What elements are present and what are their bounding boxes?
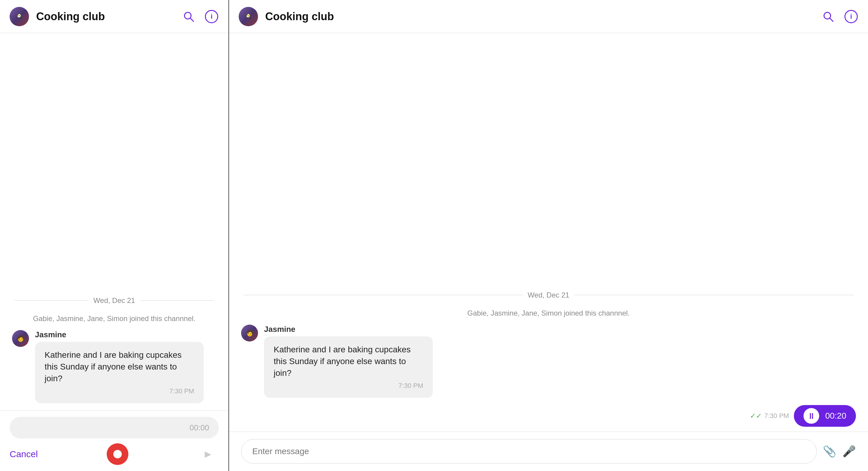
right-avatar-image: 🍳 — [239, 7, 258, 26]
right-date-text: Wed, Dec 21 — [528, 291, 569, 299]
send-button[interactable]: ► — [197, 443, 219, 465]
recording-controls: Cancel ► — [10, 443, 219, 465]
left-message-time: 7:30 PM — [44, 387, 194, 396]
message-input[interactable] — [241, 439, 817, 464]
record-dot — [113, 450, 122, 458]
left-channel-title: Cooking club — [36, 10, 181, 23]
voice-playback-pill: ⏸ 00:20 — [794, 405, 856, 427]
voice-bar-row: 00:00 — [10, 417, 219, 438]
right-header: 🍳 Cooking club i — [229, 0, 868, 33]
left-header: 🍳 Cooking club i — [0, 0, 228, 33]
left-panel: 🍳 Cooking club i Wed, Dec 21 Gabie, Jasm… — [0, 0, 229, 471]
voice-message-row: ✓✓ 7:30 PM ⏸ 00:20 — [229, 405, 868, 432]
info-icon-right: i — [844, 10, 858, 23]
left-message-bubble: Katherine and I are baking cupcakes this… — [35, 342, 204, 403]
attachment-icon[interactable]: 📎 — [823, 445, 836, 458]
left-sender-avatar: 🧑 — [12, 330, 29, 347]
left-system-message: Gabie, Jasmine, Jane, Simon joined this … — [0, 312, 228, 330]
right-divider-line-right — [574, 295, 854, 295]
recording-bar: 00:00 Cancel ► — [0, 410, 228, 471]
right-chat-area: Wed, Dec 21 Gabie, Jasmine, Jane, Simon … — [229, 33, 868, 432]
cancel-recording-button[interactable]: Cancel — [10, 449, 38, 459]
right-channel-title: Cooking club — [265, 10, 821, 23]
left-message-content: Jasmine Katherine and I are baking cupca… — [35, 330, 204, 403]
microphone-icon[interactable]: 🎤 — [842, 445, 856, 458]
jasmine-avatar: 🧑 — [12, 330, 29, 347]
voice-read-time-row: ✓✓ 7:30 PM — [750, 412, 789, 420]
right-sender-avatar: 🧑 — [241, 325, 258, 341]
info-icon: i — [205, 10, 218, 23]
right-search-button[interactable] — [821, 9, 835, 24]
left-message-row: 🧑 Jasmine Katherine and I are baking cup… — [0, 330, 228, 410]
right-date-divider: Wed, Dec 21 — [229, 284, 868, 307]
left-chat-area: Wed, Dec 21 Gabie, Jasmine, Jane, Simon … — [0, 33, 228, 410]
send-icon: ► — [203, 448, 213, 461]
left-message-text: Katherine and I are baking cupcakes this… — [44, 350, 182, 383]
right-header-icons: i — [821, 9, 858, 24]
left-date-text: Wed, Dec 21 — [93, 296, 135, 305]
left-avatar: 🍳 — [10, 7, 29, 26]
right-panel: 🍳 Cooking club i Wed, Dec 21 Gabie, Jasm… — [229, 0, 868, 471]
right-message-text: Katherine and I are baking cupcakes this… — [274, 345, 411, 378]
svg-line-1 — [190, 18, 193, 22]
search-icon-right — [822, 10, 834, 23]
right-message-time: 7:30 PM — [274, 381, 423, 391]
input-icons: 📎 🎤 — [823, 445, 856, 458]
left-sender-name: Jasmine — [35, 330, 204, 339]
input-bar: 📎 🎤 — [229, 432, 868, 471]
right-sender-name: Jasmine — [264, 325, 433, 334]
voice-read-time-text: 7:30 PM — [764, 412, 789, 420]
right-system-message: Gabie, Jasmine, Jane, Simon joined this … — [229, 307, 868, 325]
right-jasmine-avatar: 🧑 — [241, 325, 258, 341]
left-info-button[interactable]: i — [204, 9, 219, 24]
divider-line-left — [14, 300, 89, 301]
playback-time: 00:20 — [825, 411, 846, 421]
right-avatar: 🍳 — [239, 7, 258, 26]
voice-timer: 00:00 — [190, 423, 209, 433]
left-header-icons: i — [181, 9, 219, 24]
right-divider-line-left — [244, 295, 523, 295]
divider-line-right — [140, 300, 214, 301]
right-message-content: Jasmine Katherine and I are baking cupca… — [264, 325, 433, 398]
right-message-row: 🧑 Jasmine Katherine and I are baking cup… — [229, 325, 868, 405]
right-info-button[interactable]: i — [844, 9, 858, 24]
search-icon — [183, 10, 195, 23]
right-message-bubble: Katherine and I are baking cupcakes this… — [264, 336, 433, 398]
voice-bar: 00:00 — [10, 417, 219, 438]
pause-icon: ⏸ — [807, 411, 815, 421]
double-check-icon: ✓✓ — [750, 412, 762, 420]
left-date-divider: Wed, Dec 21 — [0, 289, 228, 312]
left-search-button[interactable] — [181, 9, 196, 24]
voice-meta: ✓✓ 7:30 PM — [750, 412, 789, 420]
avatar-image: 🍳 — [10, 7, 29, 26]
pause-button[interactable]: ⏸ — [804, 408, 819, 424]
record-button[interactable] — [107, 443, 128, 465]
svg-line-3 — [830, 18, 833, 22]
